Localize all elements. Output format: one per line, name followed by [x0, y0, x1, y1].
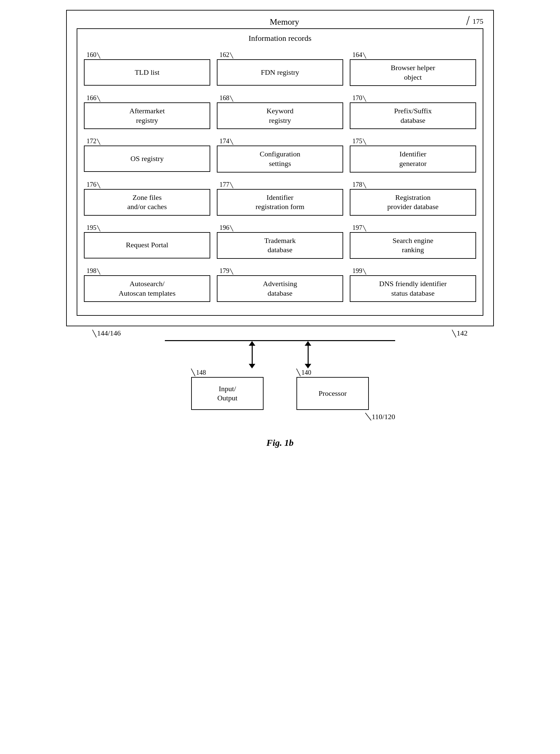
tick-144: ╲ — [93, 330, 96, 337]
ref-196: 196 — [219, 224, 229, 231]
box-browser-helper: 164 ╲ Browser helperobject — [350, 50, 476, 86]
ref-166: 166 — [86, 94, 96, 102]
fig-label: Fig. 1b — [266, 438, 294, 448]
prefix-suffix-box: Prefix/Suffixdatabase — [350, 102, 476, 129]
ref-142: 142 — [457, 329, 467, 337]
ref-172: 172 — [86, 137, 96, 145]
tick-198: ╲ — [97, 268, 100, 275]
box-aftermarket: 166 ╲ Aftermarketregistry — [84, 93, 210, 129]
info-boxes-grid: 160 ╲ TLD list 162 ╲ FDN registry — [84, 50, 476, 309]
box-keyword: 168 ╲ Keywordregistry — [217, 93, 343, 129]
proc-cell: ╲ 140 Processor — [297, 368, 369, 410]
info-records-title: Information records — [84, 34, 476, 43]
box-config: 174 ╲ Configurationsettings — [217, 136, 343, 172]
tick-177: ╲ — [230, 182, 233, 188]
ref-179: 179 — [219, 267, 229, 275]
identifier-reg-form-box: Identifierregistration form — [217, 189, 343, 216]
tick-142: ╲ — [452, 330, 456, 337]
tick-199: ╲ — [363, 268, 366, 275]
diagram-container: Memory ╱ 175 Information records 160 ╲ T… — [50, 10, 510, 448]
tick-197: ╲ — [363, 225, 366, 231]
tick-179: ╲ — [230, 268, 233, 275]
config-settings-box: Configurationsettings — [217, 146, 343, 172]
processor-box: Processor — [297, 377, 369, 410]
box-zone-files: 176 ╲ Zone filesand/or caches — [84, 179, 210, 216]
shaft-proc — [308, 346, 308, 364]
keyword-registry-box: Keywordregistry — [217, 102, 343, 129]
memory-label-area: Memory ╱ 175 — [77, 17, 483, 27]
advertising-db-box: Advertisingdatabase — [217, 275, 343, 302]
arrow-io — [249, 341, 255, 368]
arrows-container — [165, 341, 395, 368]
tick-140: ╲ — [297, 368, 300, 376]
arrow-proc — [305, 341, 311, 368]
tick-178: ╲ — [363, 182, 366, 188]
ref-178: 178 — [353, 181, 362, 188]
io-box: Input/Output — [191, 377, 263, 410]
box-advertising: 179 ╲ Advertisingdatabase — [217, 265, 343, 302]
ref-199: 199 — [353, 267, 362, 275]
outside-memory: ╲ 144/146 ╲ 142 — [66, 326, 494, 421]
ref-176: 176 — [86, 181, 96, 188]
arrow-up-io — [249, 341, 255, 346]
ref-164: 164 — [353, 51, 362, 59]
ref-197: 197 — [353, 224, 362, 231]
box-trademark: 196 ╲ Trademarkdatabase — [217, 222, 343, 259]
ref-198: 198 — [86, 267, 96, 275]
request-portal-box: Request Portal — [84, 232, 210, 258]
reg-provider-box: Registrationprovider database — [350, 189, 476, 216]
autosearch-box: Autosearch/Autoscan templates — [84, 275, 210, 302]
ref-177: 177 — [219, 181, 229, 188]
box-autosearch: 198 ╲ Autosearch/Autoscan templates — [84, 265, 210, 302]
tick-170: ╲ — [363, 96, 366, 102]
tick-172: ╲ — [97, 139, 100, 145]
box-request-portal: 195 ╲ Request Portal — [84, 222, 210, 259]
tick-166: ╲ — [97, 96, 100, 102]
ref-175b: 175 — [353, 137, 362, 145]
ref-144-146: 144/146 — [97, 329, 121, 337]
io-cell: ╲ 148 Input/Output — [191, 368, 263, 410]
os-registry-box: OS registry — [84, 146, 210, 172]
tick-196: ╲ — [230, 225, 233, 231]
tick-176: ╲ — [97, 182, 100, 188]
arrow-down-io — [249, 364, 255, 368]
ref-110-120: 110/120 — [372, 412, 395, 421]
browser-helper-box: Browser helperobject — [350, 59, 476, 86]
ref-195: 195 — [86, 224, 96, 231]
memory-title: Memory — [270, 17, 299, 27]
box-tld: 160 ╲ TLD list — [84, 50, 210, 86]
box-reg-provider: 178 ╲ Registrationprovider database — [350, 179, 476, 216]
box-fdn: 162 ╲ FDN registry — [217, 50, 343, 86]
tick-160: ╲ — [97, 52, 100, 59]
box-os-registry: 172 ╲ OS registry — [84, 136, 210, 172]
box-prefix-suffix: 170 ╲ Prefix/Suffixdatabase — [350, 93, 476, 129]
ref-148: 148 — [196, 369, 206, 376]
box-dns-friendly: 199 ╲ DNS friendly identifierstatus data… — [350, 265, 476, 302]
zone-files-box: Zone filesand/or caches — [84, 189, 210, 216]
info-records-box: Information records 160 ╲ TLD list 162 ╲ — [77, 28, 483, 316]
tick-164: ╲ — [363, 52, 366, 59]
shaft-io — [252, 346, 253, 364]
ref-162: 162 — [219, 51, 229, 59]
tick-110: ╲ — [365, 412, 371, 422]
box-identifier-gen: 175 ╲ Identifiergenerator — [350, 136, 476, 172]
memory-box: Memory ╱ 175 Information records 160 ╲ T… — [66, 10, 494, 326]
tick-168: ╲ — [230, 96, 233, 102]
arrow-up-proc — [305, 341, 311, 346]
arrow-down-proc — [305, 364, 311, 368]
ref-140: 140 — [301, 369, 311, 376]
box-identifier-reg: 177 ╲ Identifierregistration form — [217, 179, 343, 216]
tick-162: ╲ — [230, 52, 233, 59]
fdn-registry-box: FDN registry — [217, 59, 343, 85]
trademark-db-box: Trademarkdatabase — [217, 232, 343, 259]
tick-174: ╲ — [230, 139, 233, 145]
box-search-engine: 197 ╲ Search engineranking — [350, 222, 476, 259]
dns-friendly-box: DNS friendly identifierstatus database — [350, 275, 476, 302]
ref-174: 174 — [219, 137, 229, 145]
tld-list-box: TLD list — [84, 59, 210, 85]
identifier-generator-box: Identifiergenerator — [350, 146, 476, 172]
tick-195: ╲ — [97, 225, 100, 231]
aftermarket-registry-box: Aftermarketregistry — [84, 102, 210, 129]
ref-160: 160 — [86, 51, 96, 59]
tick-148: ╲ — [191, 368, 195, 376]
